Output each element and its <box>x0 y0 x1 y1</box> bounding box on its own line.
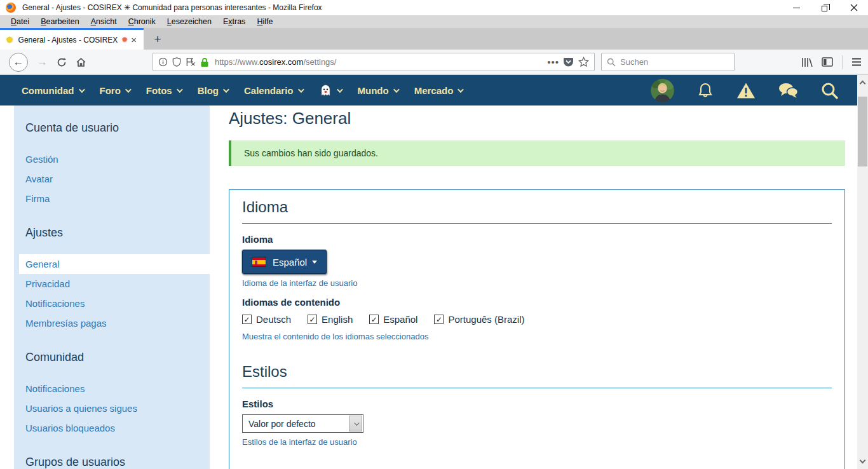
new-tab-button[interactable]: + <box>148 31 167 48</box>
styles-select[interactable]: Valor por defecto <box>242 414 363 433</box>
pocket-icon[interactable] <box>563 57 574 67</box>
sidebar-item-avatar[interactable]: Avatar <box>19 169 210 189</box>
home-button[interactable] <box>76 57 86 67</box>
nav-comunidad[interactable]: Comunidad <box>22 85 83 96</box>
user-avatar[interactable] <box>651 79 674 102</box>
tab-general-ajustes[interactable]: ✹ General - Ajustes - COSIREX ✹ × <box>0 28 144 50</box>
tab-bar: ✹ General - Ajustes - COSIREX ✹ × + <box>0 28 868 50</box>
menu-chronik[interactable]: Chronik <box>123 15 161 28</box>
language-help-text: Idioma de la interfaz de usuario <box>242 278 832 288</box>
search-bar[interactable]: Suchen <box>601 53 735 71</box>
nav-ghost-menu[interactable] <box>319 84 341 97</box>
sidebar-item-firma[interactable]: Firma <box>19 189 210 208</box>
sidebar-section-cuenta: Cuenta de usuario Gestión Avatar Firma <box>14 121 210 208</box>
styles-section-heading: Estilos <box>242 362 832 381</box>
library-button[interactable] <box>801 57 813 67</box>
sidebar-heading: Cuenta de usuario <box>14 121 210 135</box>
minimize-icon <box>793 8 800 8</box>
back-icon: ← <box>13 57 24 67</box>
chevron-down-icon <box>223 86 229 93</box>
section-divider <box>242 223 832 224</box>
scrollbar-thumb[interactable] <box>858 97 867 167</box>
chevron-down-icon <box>336 86 342 93</box>
sidebar-item-usuarios-sigues[interactable]: Usuarios a quienes sigues <box>19 398 210 418</box>
menu-extras[interactable]: Extras <box>217 15 251 28</box>
sidebar-item-notificaciones-comunidad[interactable]: Notificaciones <box>19 379 210 398</box>
sidebar-item-gestion[interactable]: Gestión <box>19 149 210 169</box>
tab-favicon-icon: ✹ <box>6 35 14 44</box>
sidebar-item-usuarios-bloqueados[interactable]: Usuarios bloqueados <box>19 418 210 438</box>
home-icon <box>76 57 86 67</box>
scroll-down-icon[interactable] <box>860 458 866 464</box>
sidebar-toggle-button[interactable] <box>822 57 833 67</box>
settings-sidebar: Cuenta de usuario Gestión Avatar Firma A… <box>14 105 210 469</box>
menu-bearbeiten[interactable]: Bearbeiten <box>35 15 85 28</box>
page-actions-button[interactable]: ••• <box>547 57 559 67</box>
sidebar-toggle-icon <box>822 57 833 67</box>
sidebar-item-privacidad[interactable]: Privacidad <box>19 274 210 294</box>
close-window-button[interactable] <box>839 0 868 15</box>
page-scrollbar[interactable] <box>857 75 868 469</box>
tab-title: General - Ajustes - COSIREX ✹ <box>18 35 130 44</box>
browser-toolbar: ← → https://www.cosirex.com/settings/ ••… <box>0 50 868 75</box>
restore-icon <box>822 6 827 11</box>
https-lock-icon <box>200 57 209 67</box>
styles-help-text: Estilos de la interfaz de usuario <box>242 437 832 447</box>
checkbox-icon <box>242 315 252 324</box>
search-icon <box>607 58 616 67</box>
tracking-protection-icon[interactable] <box>172 57 181 67</box>
select-dropdown-icon <box>349 416 362 432</box>
url-bar[interactable]: https://www.cosirex.com/settings/ ••• <box>153 53 595 71</box>
language-dropdown-button[interactable]: Español <box>242 250 327 274</box>
window-title: General - Ajustes - COSIREX ✳ Comunidad … <box>22 3 322 12</box>
permissions-blocked-icon[interactable] <box>186 57 196 67</box>
reload-icon <box>57 57 67 67</box>
nav-blog[interactable]: Blog <box>198 85 227 96</box>
page-info-icon[interactable] <box>158 57 168 67</box>
page-title: Ajustes: General <box>229 108 845 128</box>
checkbox-icon <box>308 315 317 324</box>
warning-triangle-icon <box>736 82 756 99</box>
nav-calendario[interactable]: Calendario <box>244 85 302 96</box>
hamburger-menu-button[interactable] <box>851 58 862 66</box>
menu-ansicht[interactable]: Ansicht <box>85 15 123 28</box>
nav-fotos[interactable]: Fotos <box>146 85 181 96</box>
menu-datei[interactable]: Datei <box>5 15 35 28</box>
tab-close-button[interactable]: × <box>129 35 139 44</box>
nav-foro[interactable]: Foro <box>100 85 130 96</box>
settings-panel: Idioma Idioma Español Idioma de la inter… <box>229 189 845 469</box>
checkbox-icon <box>434 315 444 324</box>
checkbox-espanol[interactable]: Español <box>369 314 417 325</box>
checkbox-deutsch[interactable]: Deutsch <box>242 314 291 325</box>
reload-button[interactable] <box>57 57 67 67</box>
forward-button[interactable]: → <box>37 57 48 67</box>
messages-button[interactable] <box>778 83 798 99</box>
sidebar-item-notificaciones[interactable]: Notificaciones <box>19 294 210 313</box>
nav-mercado[interactable]: Mercado <box>414 85 463 96</box>
site-search-button[interactable] <box>821 82 838 99</box>
minimize-button[interactable] <box>782 0 811 15</box>
chevron-down-icon <box>177 86 183 93</box>
scroll-up-icon[interactable] <box>860 81 866 87</box>
menu-hilfe[interactable]: Hilfe <box>251 15 278 28</box>
checkbox-portugues[interactable]: Português (Brazil) <box>434 314 524 325</box>
url-text[interactable]: https://www.cosirex.com/settings/ <box>215 57 543 67</box>
menu-bar: Datei Bearbeiten Ansicht Chronik Lesezei… <box>0 15 868 28</box>
back-button[interactable]: ← <box>9 53 28 72</box>
restore-button[interactable] <box>811 0 839 15</box>
notifications-button[interactable] <box>697 82 714 99</box>
bookmark-star-icon[interactable] <box>578 57 589 67</box>
sidebar-item-membresias[interactable]: Membresías pagas <box>19 313 210 333</box>
search-icon <box>821 82 838 99</box>
content-languages-row: Deutsch English Español Português (Brazi… <box>242 314 832 325</box>
nav-mundo[interactable]: Mundo <box>358 85 398 96</box>
sidebar-heading: Ajustes <box>14 226 210 240</box>
alerts-button[interactable] <box>736 82 756 99</box>
spain-flag-icon <box>252 257 266 267</box>
sidebar-section-grupos: Grupos de usuarios <box>14 456 210 469</box>
success-alert-text: Sus cambios han sido guardados. <box>244 148 378 158</box>
menu-lesezeichen[interactable]: Lesezeichen <box>161 15 217 28</box>
sidebar-item-general[interactable]: General <box>19 254 210 274</box>
checkbox-english[interactable]: English <box>308 314 353 325</box>
chevron-down-icon <box>125 86 132 93</box>
